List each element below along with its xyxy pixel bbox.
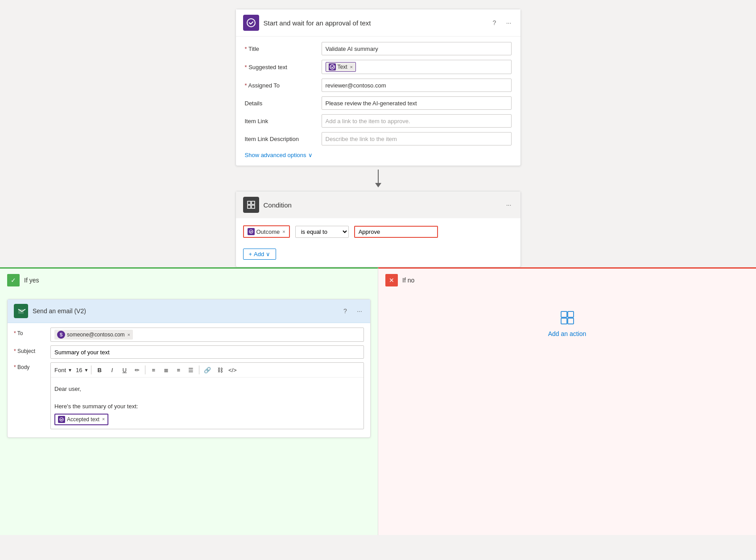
assigned-to-input[interactable] <box>322 79 512 92</box>
svg-rect-5 <box>252 205 255 208</box>
if-yes-icon: ✓ <box>7 274 20 286</box>
show-advanced-button[interactable]: Show advanced options ∨ <box>245 150 512 160</box>
suggested-text-row: Suggested text Text × <box>245 60 512 74</box>
unlink-button[interactable]: ⛓ <box>215 365 225 375</box>
approval-card-header: Start and wait for an approval of text ?… <box>236 9 521 37</box>
chevron-down-icon: ∨ <box>308 152 313 158</box>
condition-card: Condition ··· Outcome × is equ <box>235 191 521 267</box>
toolbar-divider-1 <box>91 365 91 374</box>
email-subject-input[interactable] <box>50 345 364 359</box>
email-card-body: To S someone@contoso.com × Subject <box>8 323 370 437</box>
align-center-button[interactable]: ☰ <box>186 365 196 375</box>
arrow-line <box>378 170 379 183</box>
text-tag-label: Text <box>338 64 347 70</box>
outcome-tag-icon <box>248 228 255 235</box>
email-help-icon[interactable]: ? <box>341 307 350 315</box>
approval-title: Start and wait for an approval of text <box>264 19 486 27</box>
underline-button[interactable]: U <box>119 365 130 375</box>
if-no-section: ✕ If no Add an action <box>378 267 756 535</box>
item-link-row: Item Link <box>245 114 512 128</box>
text-tag-close[interactable]: × <box>350 64 353 70</box>
recipient-name: someone@contoso.com <box>67 332 125 338</box>
suggested-text-label: Suggested text <box>245 64 316 71</box>
add-action-icon <box>559 310 575 326</box>
item-link-input[interactable] <box>322 114 512 128</box>
italic-button[interactable]: I <box>107 365 117 375</box>
numbered-list-button[interactable]: ≣ <box>161 365 171 375</box>
title-row: Title <box>245 42 512 55</box>
email-body-row: Body Font ▼ 16 ▼ B I U <box>14 362 364 429</box>
link-button[interactable]: 🔗 <box>202 365 213 375</box>
email-to-field: S someone@contoso.com × <box>50 328 364 342</box>
if-yes-label: If yes <box>24 277 39 284</box>
toolbar-size: 16 <box>76 367 82 373</box>
text-tag-icon <box>329 63 336 71</box>
show-advanced-label: Show advanced options <box>245 152 306 158</box>
item-link-desc-row: Item Link Description <box>245 132 512 145</box>
body-line2: Here's the summary of your text: <box>54 402 360 411</box>
condition-more-icon[interactable]: ··· <box>504 200 513 209</box>
email-title: Send an email (V2) <box>33 307 336 315</box>
help-icon[interactable]: ? <box>490 18 499 27</box>
email-toolbar: Font ▼ 16 ▼ B I U ✏ ≡ <box>51 363 364 377</box>
email-body-label: Body <box>14 362 45 370</box>
email-more-icon[interactable]: ··· <box>355 307 364 315</box>
accepted-text-label: Accepted text <box>67 415 99 423</box>
svg-point-0 <box>247 19 255 27</box>
condition-value-input[interactable] <box>354 226 438 238</box>
condition-header-actions: ··· <box>504 200 513 209</box>
assigned-to-label: Assigned To <box>245 82 316 89</box>
email-to-row: To S someone@contoso.com × <box>14 328 364 342</box>
code-button[interactable]: </> <box>227 365 238 375</box>
recipient-badge: S someone@contoso.com × <box>54 330 133 340</box>
size-dropdown-arrow[interactable]: ▼ <box>84 368 88 373</box>
svg-point-1 <box>330 65 335 69</box>
add-chevron-icon: ∨ <box>266 251 270 257</box>
add-label: Add <box>254 251 264 257</box>
check-icon: ✓ <box>11 277 16 284</box>
add-action-container: Add an action <box>378 292 756 355</box>
add-action-button[interactable]: Add an action <box>548 330 587 337</box>
svg-point-6 <box>249 230 253 233</box>
if-no-icon: ✕ <box>385 274 398 286</box>
highlight-button[interactable]: ✏ <box>132 365 142 375</box>
svg-rect-3 <box>252 201 255 204</box>
plus-icon: + <box>249 251 252 257</box>
item-link-desc-label: Item Link Description <box>245 136 316 142</box>
svg-point-8 <box>60 418 63 421</box>
arrow-head <box>375 183 381 187</box>
details-row: Details <box>245 96 512 110</box>
page-container: Start and wait for an approval of text ?… <box>0 0 756 544</box>
font-dropdown-arrow[interactable]: ▼ <box>68 368 72 373</box>
split-container: ✓ If yes Send an email (V2) <box>0 267 756 535</box>
condition-equals: is equal to <box>295 226 349 238</box>
email-subject-label: Subject <box>14 345 45 354</box>
condition-operator-select[interactable]: is equal to <box>295 226 349 238</box>
toolbar-divider-2 <box>145 365 145 374</box>
item-link-label: Item Link <box>245 118 316 124</box>
item-link-desc-input[interactable] <box>322 132 512 145</box>
bullet-list-button[interactable]: ≡ <box>148 365 159 375</box>
email-body-content: Dear user, Here's the summary of your te… <box>51 381 364 429</box>
svg-rect-2 <box>248 201 251 204</box>
x-icon: ✕ <box>389 277 394 284</box>
more-icon[interactable]: ··· <box>504 18 513 27</box>
email-header-actions: ? ··· <box>341 307 364 315</box>
recipient-close[interactable]: × <box>128 332 130 337</box>
add-condition-button[interactable]: + Add ∨ <box>243 249 277 260</box>
text-tag: Text × <box>326 62 356 72</box>
outcome-label: Outcome <box>256 228 280 235</box>
title-input[interactable] <box>322 42 512 55</box>
accepted-text-close[interactable]: × <box>102 415 105 423</box>
details-input[interactable] <box>322 96 512 110</box>
bold-button[interactable]: B <box>94 365 105 375</box>
outcome-tag: Outcome × <box>243 225 290 238</box>
accepted-text-wrapper: Accepted text × <box>54 414 360 425</box>
condition-icon <box>243 197 259 213</box>
align-left-button[interactable]: ≡ <box>173 365 184 375</box>
arrow-connector <box>375 166 381 191</box>
accepted-text-tag: Accepted text × <box>54 414 108 425</box>
svg-rect-9 <box>561 311 567 317</box>
outcome-close[interactable]: × <box>282 229 285 234</box>
approval-card: Start and wait for an approval of text ?… <box>235 9 521 166</box>
